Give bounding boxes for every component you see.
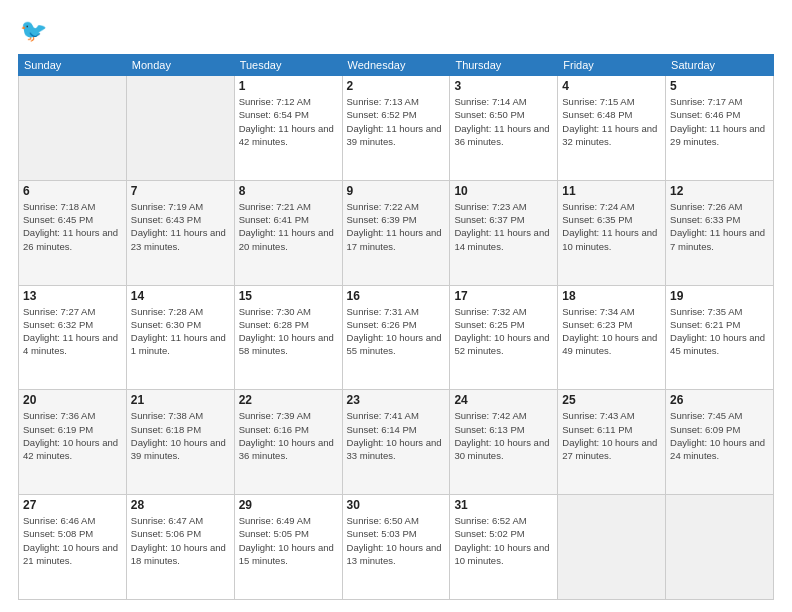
day-number: 3	[454, 79, 553, 93]
weekday-header-monday: Monday	[126, 55, 234, 76]
day-info: Sunrise: 6:50 AM Sunset: 5:03 PM Dayligh…	[347, 514, 446, 567]
day-info: Sunrise: 7:22 AM Sunset: 6:39 PM Dayligh…	[347, 200, 446, 253]
day-number: 7	[131, 184, 230, 198]
calendar-cell: 31Sunrise: 6:52 AM Sunset: 5:02 PM Dayli…	[450, 495, 558, 600]
calendar-cell: 17Sunrise: 7:32 AM Sunset: 6:25 PM Dayli…	[450, 285, 558, 390]
calendar-cell: 7Sunrise: 7:19 AM Sunset: 6:43 PM Daylig…	[126, 180, 234, 285]
day-number: 25	[562, 393, 661, 407]
calendar-table: SundayMondayTuesdayWednesdayThursdayFrid…	[18, 54, 774, 600]
day-number: 13	[23, 289, 122, 303]
calendar-cell: 13Sunrise: 7:27 AM Sunset: 6:32 PM Dayli…	[19, 285, 127, 390]
calendar-cell: 28Sunrise: 6:47 AM Sunset: 5:06 PM Dayli…	[126, 495, 234, 600]
calendar-cell: 2Sunrise: 7:13 AM Sunset: 6:52 PM Daylig…	[342, 76, 450, 181]
day-info: Sunrise: 7:24 AM Sunset: 6:35 PM Dayligh…	[562, 200, 661, 253]
calendar-cell: 23Sunrise: 7:41 AM Sunset: 6:14 PM Dayli…	[342, 390, 450, 495]
calendar-week-row: 6Sunrise: 7:18 AM Sunset: 6:45 PM Daylig…	[19, 180, 774, 285]
calendar-cell: 9Sunrise: 7:22 AM Sunset: 6:39 PM Daylig…	[342, 180, 450, 285]
day-number: 31	[454, 498, 553, 512]
day-info: Sunrise: 7:18 AM Sunset: 6:45 PM Dayligh…	[23, 200, 122, 253]
calendar-cell: 25Sunrise: 7:43 AM Sunset: 6:11 PM Dayli…	[558, 390, 666, 495]
day-info: Sunrise: 7:38 AM Sunset: 6:18 PM Dayligh…	[131, 409, 230, 462]
day-number: 4	[562, 79, 661, 93]
day-info: Sunrise: 7:45 AM Sunset: 6:09 PM Dayligh…	[670, 409, 769, 462]
day-number: 6	[23, 184, 122, 198]
day-number: 26	[670, 393, 769, 407]
calendar-cell: 21Sunrise: 7:38 AM Sunset: 6:18 PM Dayli…	[126, 390, 234, 495]
calendar-cell: 16Sunrise: 7:31 AM Sunset: 6:26 PM Dayli…	[342, 285, 450, 390]
calendar-cell	[666, 495, 774, 600]
calendar-cell: 5Sunrise: 7:17 AM Sunset: 6:46 PM Daylig…	[666, 76, 774, 181]
day-number: 30	[347, 498, 446, 512]
calendar-cell: 11Sunrise: 7:24 AM Sunset: 6:35 PM Dayli…	[558, 180, 666, 285]
day-number: 12	[670, 184, 769, 198]
day-info: Sunrise: 7:23 AM Sunset: 6:37 PM Dayligh…	[454, 200, 553, 253]
day-info: Sunrise: 7:27 AM Sunset: 6:32 PM Dayligh…	[23, 305, 122, 358]
day-info: Sunrise: 7:41 AM Sunset: 6:14 PM Dayligh…	[347, 409, 446, 462]
day-info: Sunrise: 7:32 AM Sunset: 6:25 PM Dayligh…	[454, 305, 553, 358]
day-info: Sunrise: 7:36 AM Sunset: 6:19 PM Dayligh…	[23, 409, 122, 462]
calendar-cell: 8Sunrise: 7:21 AM Sunset: 6:41 PM Daylig…	[234, 180, 342, 285]
calendar-cell: 12Sunrise: 7:26 AM Sunset: 6:33 PM Dayli…	[666, 180, 774, 285]
day-number: 1	[239, 79, 338, 93]
day-info: Sunrise: 7:28 AM Sunset: 6:30 PM Dayligh…	[131, 305, 230, 358]
day-number: 11	[562, 184, 661, 198]
calendar-cell: 27Sunrise: 6:46 AM Sunset: 5:08 PM Dayli…	[19, 495, 127, 600]
calendar-week-row: 13Sunrise: 7:27 AM Sunset: 6:32 PM Dayli…	[19, 285, 774, 390]
calendar-cell: 19Sunrise: 7:35 AM Sunset: 6:21 PM Dayli…	[666, 285, 774, 390]
calendar-cell	[126, 76, 234, 181]
day-info: Sunrise: 7:34 AM Sunset: 6:23 PM Dayligh…	[562, 305, 661, 358]
calendar-cell: 26Sunrise: 7:45 AM Sunset: 6:09 PM Dayli…	[666, 390, 774, 495]
day-info: Sunrise: 7:21 AM Sunset: 6:41 PM Dayligh…	[239, 200, 338, 253]
day-number: 15	[239, 289, 338, 303]
day-info: Sunrise: 7:19 AM Sunset: 6:43 PM Dayligh…	[131, 200, 230, 253]
calendar-cell: 10Sunrise: 7:23 AM Sunset: 6:37 PM Dayli…	[450, 180, 558, 285]
day-info: Sunrise: 7:13 AM Sunset: 6:52 PM Dayligh…	[347, 95, 446, 148]
page: 🐦 SundayMondayTuesdayWednesdayThursdayFr…	[0, 0, 792, 612]
day-number: 28	[131, 498, 230, 512]
day-number: 24	[454, 393, 553, 407]
weekday-header-friday: Friday	[558, 55, 666, 76]
day-info: Sunrise: 6:52 AM Sunset: 5:02 PM Dayligh…	[454, 514, 553, 567]
day-info: Sunrise: 6:46 AM Sunset: 5:08 PM Dayligh…	[23, 514, 122, 567]
day-number: 17	[454, 289, 553, 303]
day-number: 21	[131, 393, 230, 407]
day-number: 19	[670, 289, 769, 303]
calendar-cell: 15Sunrise: 7:30 AM Sunset: 6:28 PM Dayli…	[234, 285, 342, 390]
day-info: Sunrise: 7:39 AM Sunset: 6:16 PM Dayligh…	[239, 409, 338, 462]
day-number: 22	[239, 393, 338, 407]
weekday-header-wednesday: Wednesday	[342, 55, 450, 76]
calendar-cell	[19, 76, 127, 181]
day-info: Sunrise: 7:42 AM Sunset: 6:13 PM Dayligh…	[454, 409, 553, 462]
day-info: Sunrise: 7:12 AM Sunset: 6:54 PM Dayligh…	[239, 95, 338, 148]
calendar-week-row: 20Sunrise: 7:36 AM Sunset: 6:19 PM Dayli…	[19, 390, 774, 495]
day-number: 10	[454, 184, 553, 198]
calendar-cell: 18Sunrise: 7:34 AM Sunset: 6:23 PM Dayli…	[558, 285, 666, 390]
weekday-header-row: SundayMondayTuesdayWednesdayThursdayFrid…	[19, 55, 774, 76]
day-info: Sunrise: 6:49 AM Sunset: 5:05 PM Dayligh…	[239, 514, 338, 567]
calendar-cell: 6Sunrise: 7:18 AM Sunset: 6:45 PM Daylig…	[19, 180, 127, 285]
day-info: Sunrise: 7:14 AM Sunset: 6:50 PM Dayligh…	[454, 95, 553, 148]
day-info: Sunrise: 7:31 AM Sunset: 6:26 PM Dayligh…	[347, 305, 446, 358]
calendar-cell: 4Sunrise: 7:15 AM Sunset: 6:48 PM Daylig…	[558, 76, 666, 181]
calendar-week-row: 27Sunrise: 6:46 AM Sunset: 5:08 PM Dayli…	[19, 495, 774, 600]
day-number: 2	[347, 79, 446, 93]
logo-bird-icon: 🐦	[20, 18, 47, 44]
day-number: 23	[347, 393, 446, 407]
calendar-cell: 29Sunrise: 6:49 AM Sunset: 5:05 PM Dayli…	[234, 495, 342, 600]
calendar-cell: 24Sunrise: 7:42 AM Sunset: 6:13 PM Dayli…	[450, 390, 558, 495]
calendar-cell: 14Sunrise: 7:28 AM Sunset: 6:30 PM Dayli…	[126, 285, 234, 390]
day-number: 14	[131, 289, 230, 303]
day-number: 9	[347, 184, 446, 198]
day-number: 29	[239, 498, 338, 512]
calendar-cell: 30Sunrise: 6:50 AM Sunset: 5:03 PM Dayli…	[342, 495, 450, 600]
day-info: Sunrise: 6:47 AM Sunset: 5:06 PM Dayligh…	[131, 514, 230, 567]
day-number: 20	[23, 393, 122, 407]
day-number: 27	[23, 498, 122, 512]
weekday-header-thursday: Thursday	[450, 55, 558, 76]
weekday-header-tuesday: Tuesday	[234, 55, 342, 76]
calendar-cell	[558, 495, 666, 600]
day-info: Sunrise: 7:43 AM Sunset: 6:11 PM Dayligh…	[562, 409, 661, 462]
logo: 🐦	[18, 18, 47, 44]
calendar-cell: 20Sunrise: 7:36 AM Sunset: 6:19 PM Dayli…	[19, 390, 127, 495]
day-number: 18	[562, 289, 661, 303]
